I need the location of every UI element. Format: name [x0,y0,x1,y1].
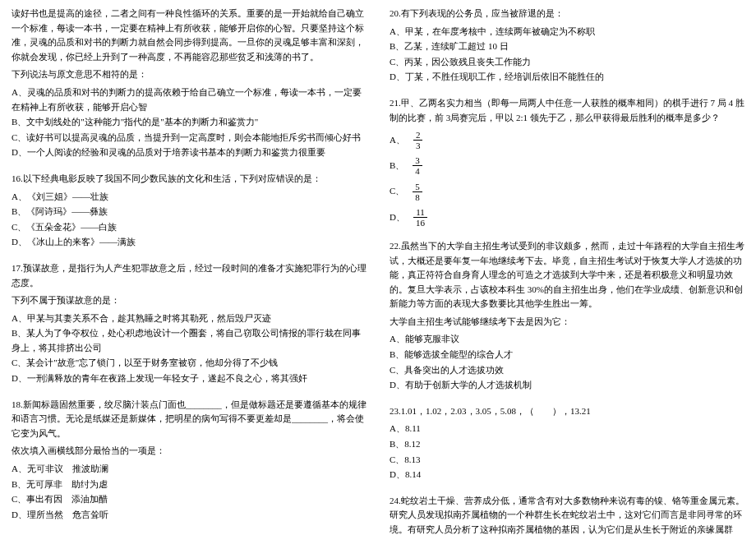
q18: 18.新闻标题固然重要，绞尽脑汁装点门面也________，但是做标题还是要遵循… [12,398,366,523]
q21: 21.甲、乙两名实力相当（即每一局两人中任意一人获胜的概率相同）的棋手进行 7 … [390,96,744,228]
q22-a: A、能够克服非议 [390,332,744,347]
q21-option-2: C、58 [390,182,744,202]
intro-para-1: 读好书也是提高的途径，二者之间有一种良性循环的关系。重要的是一开始就给自己确立一… [12,7,366,64]
fraction-numerator: 3 [413,155,422,166]
q21-option-label: D、 [390,210,405,225]
q21-option-label: C、 [390,184,404,199]
q21-stem: 21.甲、乙两名实力相当（即每一局两人中任意一人获胜的概率相同）的棋手进行 7 … [390,96,744,125]
q22-para-1: 22.虽然当下的大学自主招生考试受到的非议颇多，然而，走过十年路程的大学自主招生… [390,239,744,311]
q24-para-1: 24.蛇纹岩土干燥、营养成分低，通常含有对大多数物种来说有毒的镍、铬等重金属元素… [390,494,744,535]
q16-c: C、《五朵金花》——白族 [12,220,366,235]
fraction-numerator: 5 [413,182,422,192]
q20-c: C、丙某，因公致残且丧失工作能力 [390,55,744,70]
q18-d: D、理所当然 危言耸听 [12,508,366,523]
q16-d: D、《冰山上的来客》——满族 [12,235,366,250]
q21-option-0: A、23 [390,130,744,150]
q23-b: B、8.12 [390,437,744,452]
fraction-denominator: 4 [413,166,422,176]
q16: 16.以下经典电影反映了我国不同少数民族的文化和生活，下列对应错误的是： A、《… [12,172,366,250]
fraction: 23 [413,130,423,150]
q18-stem-1: 18.新闻标题固然重要，绞尽脑汁装点门面也________，但是做标题还是要遵循… [12,398,366,441]
intro-option-a: A、灵魂的品质和对书的判断力的提高依赖于给自己确立一个标准，每读一本书，一定要在… [12,85,366,114]
q23-stem: 23.1.01，1.02，2.03，3.05，5.08，（ ），13.21 [390,404,744,419]
q20-b: B、乙某，连续旷工超过 10 日 [390,39,744,54]
q20-d: D、丁某，不胜任现职工作，经培训后依旧不能胜任的 [390,70,744,85]
q21-option-3: D、1116 [390,207,744,228]
q17-d: D、一刑满释放的青年在夜路上发现一年轻女子，遂起不良之心，将其强奸 [12,371,366,386]
q24: 24.蛇纹岩土干燥、营养成分低，通常含有对大多数物种来说有毒的镍、铬等重金属元素… [390,494,744,535]
q16-stem: 16.以下经典电影反映了我国不同少数民族的文化和生活，下列对应错误的是： [12,172,366,187]
intro-question: 读好书也是提高的途径，二者之间有一种良性循环的关系。重要的是一开始就给自己确立一… [12,7,366,160]
intro-option-c: C、读好书可以提高灵魂的品质，当提升到一定高度时，则会本能地拒斥劣书而倾心好书 [12,131,366,145]
q21-option-label: A、 [390,133,405,148]
q17-b: B、某人为了争夺权位，处心积虑地设计一个圈套，将自己窃取公司情报的罪行栽在同事身… [12,326,366,355]
q23-d: D、8.14 [390,468,744,482]
q21-options: A、23B、34C、58D、1116 [390,130,744,228]
q22-c: C、具备突出的人才选拔功效 [390,363,744,378]
q17: 17.预谋故意，是指行为人产生犯罪故意之后，经过一段时间的准备才实施犯罪行为的心… [12,261,366,386]
q18-c: C、事出有因 添油加醋 [12,492,366,507]
fraction-denominator: 3 [413,141,423,150]
intro-option-b: B、文中划线处的"这种能力"指代的是"基本的判断力和鉴赏力" [12,115,366,130]
q16-b: B、《阿诗玛》——彝族 [12,205,366,219]
right-column: 20.有下列表现的公务员，应当被辞退的是： A、甲某，在年度考核中，连续两年被确… [378,0,756,535]
q18-stem-2: 依次填入画横线部分最恰当的一项是： [12,444,366,459]
q20-stem: 20.有下列表现的公务员，应当被辞退的是： [390,7,744,21]
q22: 22.虽然当下的大学自主招生考试受到的非议颇多，然而，走过十年路程的大学自主招生… [390,239,744,393]
fraction-numerator: 11 [413,207,427,218]
q20: 20.有下列表现的公务员，应当被辞退的是： A、甲某，在年度考核中，连续两年被确… [390,7,744,85]
q17-stem-1: 17.预谋故意，是指行为人产生犯罪故意之后，经过一段时间的准备才实施犯罪行为的心… [12,261,366,290]
fraction: 1116 [413,207,427,228]
q22-b: B、能够选拔全能型的综合人才 [390,348,744,362]
q21-option-label: B、 [390,159,404,173]
q20-a: A、甲某，在年度考核中，连续两年被确定为不称职 [390,25,744,39]
q22-d: D、有助于创新大学的人才选拔机制 [390,378,744,393]
q23: 23.1.01，1.02，2.03，3.05，5.08，（ ），13.21 A、… [390,404,744,482]
q21-option-1: B、34 [390,155,744,176]
intro-para-2: 下列说法与原文意思不相符的是： [12,67,366,82]
q23-c: C、8.13 [390,453,744,468]
q17-stem-2: 下列不属于预谋故意的是： [12,293,366,308]
fraction-denominator: 16 [413,218,427,228]
fraction: 34 [413,155,422,176]
fraction-numerator: 2 [413,130,423,141]
q22-para-2: 大学自主招生考试能够继续考下去是因为它： [390,315,744,330]
q17-c: C、某会计"故意"忘了锁门，以至于财务室被窃，他却分得了不少钱 [12,356,366,371]
q18-b: B、无可厚非 助纣为虐 [12,477,366,492]
intro-option-d: D、一个人阅读的经验和灵魂的品质对于培养读书基本的判断力和鉴赏力很重要 [12,145,366,160]
fraction: 58 [413,182,422,202]
q18-a: A、无可非议 推波助澜 [12,462,366,477]
q23-a: A、8.11 [390,422,744,436]
q17-a: A、甲某与其妻关系不合，趁其熟睡之时将其勒死，然后毁尸灭迹 [12,311,366,326]
fraction-denominator: 8 [413,192,422,202]
left-column: 读好书也是提高的途径，二者之间有一种良性循环的关系。重要的是一开始就给自己确立一… [0,0,378,535]
q16-a: A、《刘三姐》——壮族 [12,190,366,205]
